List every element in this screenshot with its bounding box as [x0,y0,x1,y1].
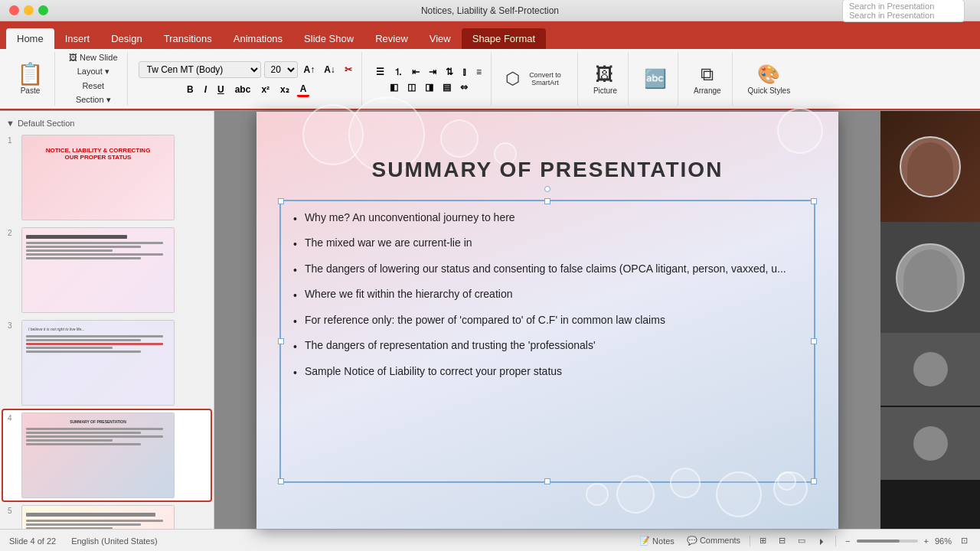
text-direction-button[interactable]: ⇅ [443,65,456,80]
slide-thumb-5[interactable]: 5 [3,503,211,529]
bullet-dot-7: • [293,366,297,381]
bullet-6: • The dangers of representation and trus… [293,338,802,355]
comments-button[interactable]: 💬 Comments [684,534,743,547]
increase-font-button[interactable]: A↑ [301,64,318,76]
slide-preview-4: SUMMARY OF PRESENTATION [21,412,175,498]
font-color-button[interactable]: A [297,83,310,97]
zoom-slider[interactable] [857,540,918,543]
tab-home[interactable]: Home [6,28,54,49]
normal-view-button[interactable]: ⊞ [756,534,769,547]
align-center-button[interactable]: ◫ [404,81,419,93]
increase-indent-button[interactable]: ⇥ [426,65,439,80]
bullets-button[interactable]: ☰ [373,65,387,80]
slide-num-2: 2 [8,227,17,237]
new-slide-button[interactable]: 🖼 New Slide [66,51,121,64]
quickstyles-button[interactable]: 🎨 Quick Styles [743,60,795,98]
maximize-button[interactable] [38,5,48,15]
picture-icon: 🖼 [596,64,614,85]
align-right-button[interactable]: ◨ [422,81,436,93]
slide-thumb-4[interactable]: 4 SUMMARY OF PRESENTATION [3,410,211,500]
tab-transitions[interactable]: Transitions [153,28,223,49]
reset-button[interactable]: Reset [79,80,107,92]
participant-video-2 [880,333,980,406]
justify-button[interactable]: ▤ [439,81,454,93]
bullet-1: • Why me? An unconventional journey to h… [293,210,802,227]
deco-circle-5 [777,108,823,154]
bullet-dot-6: • [293,340,297,355]
align-left-button[interactable]: ◧ [387,81,401,93]
zoom-out-button[interactable]: − [842,535,853,547]
subscript-button[interactable]: x₂ [277,83,292,96]
decrease-font-button[interactable]: A↓ [321,64,338,76]
line-spacing-button[interactable]: ≡ [473,65,485,80]
italic-button[interactable]: I [201,83,210,96]
tab-shapeformat[interactable]: Shape Format [462,28,546,49]
tab-view[interactable]: View [419,28,462,49]
handle-br[interactable] [811,478,817,484]
reading-view-button[interactable]: ▭ [795,534,808,547]
close-button[interactable] [9,5,19,15]
slide-num-5: 5 [8,505,17,515]
section-button[interactable]: Section ▾ [73,93,114,106]
strikethrough-button[interactable]: abc [232,83,254,96]
tab-design[interactable]: Design [100,28,152,49]
handle-tr[interactable] [811,198,817,204]
font-selector-row: Tw Cen MT (Body) 20 A↑ A↓ ✂ [139,61,355,78]
zoom-in-button[interactable]: + [921,535,932,547]
bold-button[interactable]: B [184,83,197,96]
rotation-handle[interactable] [544,186,550,192]
slide-preview-3: I believe it is not right to live life..… [21,320,175,406]
minimize-button[interactable] [24,5,34,15]
slide-sorter-button[interactable]: ⊟ [776,534,789,547]
tab-animations[interactable]: Animations [223,28,293,49]
section-collapse-icon[interactable]: ▼ [6,119,15,128]
clear-format-button[interactable]: ✂ [341,64,355,76]
font-family-select[interactable]: Tw Cen MT (Body) [139,61,261,78]
notes-button[interactable]: 📝 Notes [636,534,678,547]
slide-canvas[interactable]: SUMMARY OF PRESENTATION • Why me? An unc… [256,112,838,529]
handle-bl[interactable] [278,478,284,484]
font-size-select[interactable]: 20 [264,61,298,78]
slide-thumb-3[interactable]: 3 I believe it is not right to live life… [3,318,211,408]
fit-slide-button[interactable]: ⊡ [958,534,971,547]
bullet-dot-5: • [293,315,297,330]
canvas-area: SUMMARY OF PRESENTATION • Why me? An unc… [214,111,880,529]
arrange-button[interactable]: ⧉ Arrange [689,60,726,98]
text-spacing-button[interactable]: ⇔ [457,81,471,93]
handle-ml[interactable] [278,338,284,344]
slide-preview-1: NOTICE, LIABILITY & CORRECTINGOUR PROPER… [21,135,175,220]
handle-tl[interactable] [278,198,284,204]
slide-num-3: 3 [8,320,17,330]
layout-button[interactable]: Layout ▾ [74,65,113,78]
search-bar[interactable]: Search in Presentation Search in Present… [842,0,965,22]
bullet-dot-4: • [293,289,297,304]
slideshow-button[interactable]: ⏵ [815,535,829,547]
video-panel [880,111,980,529]
slide-thumb-1[interactable]: 1 NOTICE, LIABILITY & CORRECTINGOUR PROP… [3,132,211,223]
tab-review[interactable]: Review [364,28,419,49]
tab-slideshow[interactable]: Slide Show [293,28,364,49]
bullet-3: • The dangers of lowering our status and… [293,262,802,279]
superscript-button[interactable]: x² [258,83,273,96]
drawing-group: ⬡ Convert to SmartArt [496,52,578,106]
tab-insert[interactable]: Insert [54,28,101,49]
underline-button[interactable]: U [214,83,227,96]
bullet-2: • The mixed war we are current-lie in [293,236,802,253]
picture-button[interactable]: 🖼 Picture [589,60,622,98]
handle-tm[interactable] [544,198,550,204]
convert-smartart-button[interactable]: ⬡ Convert to SmartArt [502,67,571,90]
numbering-button[interactable]: ⒈ [390,65,406,80]
decrease-indent-button[interactable]: ⇤ [409,65,423,80]
slide-text-box[interactable]: • Why me? An unconventional journey to h… [279,200,815,483]
bullet-dot-2: • [293,237,297,253]
slide-thumb-2[interactable]: 2 [3,225,211,315]
avatar-icon-2 [913,426,948,461]
paste-button[interactable]: 📋 Paste [12,60,48,98]
handle-mr[interactable] [811,338,817,344]
text-box-button[interactable]: 🔤 [639,65,671,93]
status-right: 📝 Notes 💬 Comments ⊞ ⊟ ▭ ⏵ − + 96% ⊡ [636,534,971,547]
handle-bm[interactable] [544,478,550,484]
columns-button[interactable]: ⫿ [459,65,470,80]
smartart-icon: ⬡ [505,69,520,89]
language-info: English (United States) [71,536,158,546]
